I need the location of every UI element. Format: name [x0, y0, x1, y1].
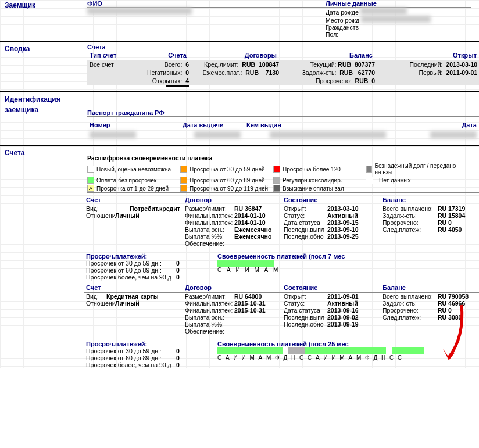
- a1-hdr-acct: Счет: [84, 195, 183, 205]
- legend: Новый, оценка невозможнаПросрочка от 30 …: [87, 162, 479, 192]
- a1-od-title: Просроч.платежей:: [86, 253, 217, 260]
- hdr-opened: Открыт: [375, 51, 479, 60]
- fio-label: ФИО: [87, 0, 326, 7]
- passport-issuer-hdr: Кем выдан: [244, 120, 389, 130]
- hdr-type: Тип счет: [87, 51, 122, 60]
- legend-title: Расшифровка своевременности платежа: [87, 155, 479, 162]
- a2-hdr-contract: Договор: [183, 283, 281, 292]
- passport-title: Паспорт гражданина РФ: [87, 109, 479, 116]
- hdr-balance: Баланс: [279, 51, 375, 60]
- a2-od-title: Просроч.платежей:: [86, 341, 217, 347]
- citizenship-label: Гражданств: [326, 24, 471, 31]
- hdr-accts: Счета: [122, 51, 189, 60]
- a1-hdr-state: Состояние: [281, 195, 380, 205]
- a2-hdr-acct: Счет: [84, 283, 183, 292]
- passport-date-hdr: Дата: [389, 120, 479, 130]
- ident-title1: Идентификация: [2, 94, 85, 105]
- a1-hdr-balance: Баланс: [380, 195, 479, 205]
- hdr-contracts: Договоры: [189, 51, 279, 60]
- fio-value: [87, 8, 192, 15]
- a2-hdr-state: Состояние: [281, 283, 380, 292]
- a1-timely-bar: [217, 260, 479, 267]
- personal-title: Личные данные: [326, 0, 471, 7]
- birthdate-label: Дата рожде: [326, 9, 359, 16]
- accts-title: Счета: [2, 148, 27, 158]
- a2-hdr-balance: Баланс: [380, 283, 479, 292]
- a1-timely-letters: С А И И М А М: [217, 267, 479, 273]
- summary-title: Сводка: [2, 44, 32, 54]
- passport-issue-hdr: Дата выдачи: [180, 120, 244, 130]
- all-accts: Все счет: [87, 61, 122, 68]
- annotation-arrow: [432, 302, 467, 368]
- sex-label: Пол:: [326, 31, 471, 38]
- ident-title2: заемщика: [2, 105, 85, 115]
- a1-hdr-contract: Договор: [183, 195, 281, 205]
- accounts-subtitle: Счета: [87, 44, 479, 51]
- birthplace-label: Место рожд: [326, 17, 359, 24]
- passport-num-hdr: Номер: [87, 120, 180, 130]
- borrower-title: Заемщик: [2, 0, 38, 10]
- a1-timely-title: Своевременность платежей (посл 7 мес: [217, 253, 479, 260]
